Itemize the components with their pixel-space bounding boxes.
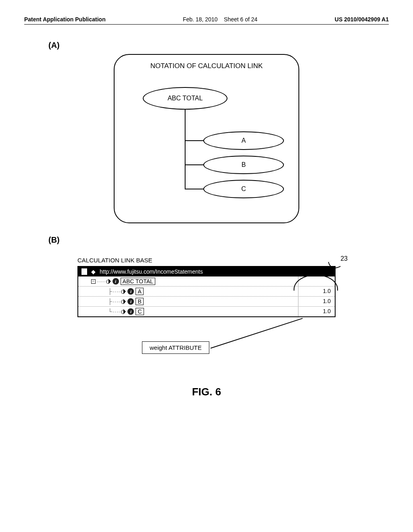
section-b-label: (B) — [48, 235, 389, 245]
node-abc-total: ABC TOTAL — [143, 87, 227, 110]
table-row: └···· i C 1.0 — [78, 306, 335, 316]
tree-hline-a — [185, 140, 204, 141]
row-label: ABC TOTAL — [121, 278, 155, 285]
header-date: Feb. 18, 2010 — [183, 16, 217, 23]
info-icon: i — [113, 278, 119, 285]
reference-23: 23 — [340, 255, 348, 262]
header-sheet: Sheet 6 of 24 — [224, 16, 257, 23]
tree-connector-icon: ├···· — [108, 298, 120, 305]
tree-hline-c — [185, 189, 204, 189]
info-icon: i — [127, 298, 134, 305]
calc-link-base-title: CALCULATION LINK BASE — [77, 257, 336, 264]
page-header: Patent Application Publication Feb. 18, … — [24, 16, 389, 25]
row-value: 1.0 — [298, 307, 335, 316]
tag-icon — [121, 299, 127, 304]
callout-line — [211, 318, 303, 349]
node-b: B — [203, 156, 284, 174]
row-value: 1.0 — [298, 297, 335, 306]
notation-title: NOTATION OF CALCULATION LINK — [115, 62, 298, 70]
node-a: A — [203, 131, 284, 150]
grid-url: http://www.fujitsu.com/IncomeStatements — [100, 268, 203, 275]
row-label: A — [136, 288, 143, 295]
header-right: US 2010/0042909 A1 — [335, 16, 389, 23]
node-c-label: C — [241, 185, 246, 193]
figure-caption: FIG. 6 — [24, 386, 389, 398]
header-mid: Feb. 18, 2010 Sheet 6 of 24 — [106, 16, 335, 23]
tag-icon — [121, 309, 127, 314]
arrow-icon: ◆ — [91, 268, 96, 275]
tag-icon — [121, 289, 127, 294]
tag-icon — [106, 279, 112, 284]
node-b-label: B — [242, 161, 246, 168]
row-label: C — [136, 308, 144, 315]
info-icon: i — [127, 308, 134, 315]
document-icon — [81, 268, 87, 275]
row-label: B — [136, 298, 143, 305]
section-a-label: (A) — [48, 41, 389, 50]
notation-panel: NOTATION OF CALCULATION LINK ABC TOTAL A… — [114, 54, 299, 223]
table-row: ├···· i B 1.0 — [78, 296, 335, 306]
info-icon: i — [127, 288, 134, 295]
tree-connector-icon: ···· — [97, 278, 105, 285]
tree-connector-icon: └···· — [108, 308, 120, 315]
node-abc-total-label: ABC TOTAL — [167, 95, 202, 102]
weight-attribute-label: weight ATTRIBUTE — [142, 341, 209, 354]
header-left: Patent Application Publication — [24, 16, 106, 23]
tree-grid: ◆ http://www.fujitsu.com/IncomeStatement… — [77, 266, 336, 317]
tree-vline — [185, 110, 186, 189]
tree-connector-icon: ├···· — [108, 288, 120, 295]
node-c: C — [203, 180, 284, 198]
collapse-icon[interactable]: − — [91, 279, 96, 284]
node-a-label: A — [242, 137, 246, 144]
grid-header-row: ◆ http://www.fujitsu.com/IncomeStatement… — [78, 267, 335, 276]
tree-hline-b — [185, 164, 204, 165]
